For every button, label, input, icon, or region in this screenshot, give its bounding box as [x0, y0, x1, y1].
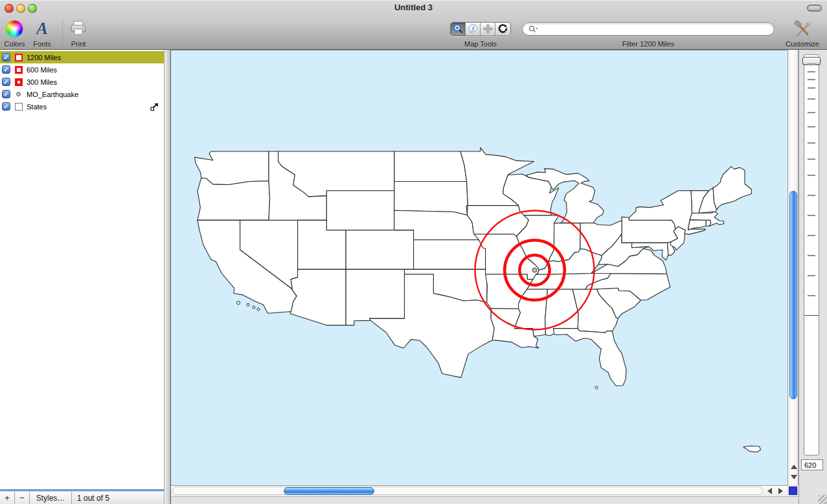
svg-text:i: i [472, 25, 474, 32]
rotate-globe-icon [497, 23, 508, 34]
colors-button[interactable]: Colors [1, 17, 28, 49]
scroll-up-button[interactable] [788, 461, 799, 472]
scale-tick [808, 275, 815, 276]
scale-tick [808, 175, 815, 176]
polygon-layer-icon [15, 103, 23, 111]
layer-row-1200-miles[interactable]: ✓ 1200 Miles [0, 51, 164, 63]
filter-label: Filter 1200 Miles [622, 40, 675, 49]
filter-search-input[interactable] [538, 24, 769, 34]
fonts-label: Fonts [33, 40, 51, 49]
map-tools-label: Map Tools [464, 40, 497, 49]
color-wheel-icon [6, 20, 23, 38]
horizontal-scroll-thumb[interactable] [284, 487, 374, 495]
colors-label: Colors [5, 40, 25, 49]
scale-panel [799, 50, 827, 504]
add-layer-button[interactable]: + [0, 492, 15, 504]
map-canvas[interactable] [171, 50, 787, 485]
scale-tick [808, 235, 815, 236]
map-vertical-scrollbar[interactable] [787, 50, 799, 485]
layer-row-mo-earthquake[interactable]: ✓ MO_Earthquake [0, 88, 164, 100]
titlebar-toolbar: Untitled 3 Colors A Fonts Print [0, 0, 827, 50]
layer-count-status: 1 out of 5 [72, 492, 109, 504]
print-label: Print [71, 40, 86, 49]
layer-checkbox[interactable]: ✓ [2, 102, 10, 111]
layers-sidebar: ✓ 1200 Miles ✓ 600 Miles ✓ 300 Miles ✓ M… [0, 50, 164, 504]
layer-checkbox[interactable]: ✓ [2, 65, 10, 74]
fonts-button[interactable]: A Fonts [29, 17, 55, 49]
window-resize-grip[interactable] [818, 495, 827, 504]
vertical-scroll-thumb[interactable] [789, 191, 797, 399]
remove-layer-button[interactable]: − [15, 492, 30, 504]
bottom-edge-strip [171, 496, 827, 504]
layer-label: States [27, 103, 47, 111]
scrollbar-corner-button[interactable] [789, 487, 797, 495]
rotate-tool-button[interactable] [495, 23, 510, 36]
layer-checkbox[interactable]: ✓ [2, 53, 10, 61]
scale-tick [808, 142, 815, 144]
zoom-scale-slider[interactable] [804, 54, 819, 455]
layer-label: MO_Earthquake [27, 91, 78, 98]
scroll-track[interactable] [172, 487, 763, 495]
jump-to-layer-arrow-icon[interactable] [149, 101, 160, 112]
layer-label: 1200 Miles [27, 54, 61, 61]
layer-swatch-thick-red-square [15, 78, 23, 86]
customize-button[interactable]: Customize [779, 17, 826, 49]
scale-tick [808, 255, 815, 256]
sidebar-footer-bar: + − Styles… 1 out of 5 [0, 491, 164, 504]
layer-checkbox[interactable]: ✓ [2, 90, 10, 98]
printer-icon [69, 20, 88, 38]
search-icon [528, 25, 538, 34]
fonts-icon: A [36, 20, 48, 38]
scale-tick [808, 79, 815, 80]
scale-tick [808, 159, 815, 160]
window-title: Untitled 3 [0, 3, 827, 12]
layer-swatch-thin-red-square [15, 54, 23, 61]
scale-tick [808, 215, 815, 216]
scroll-down-button[interactable] [788, 472, 799, 482]
right-arrow-icon [778, 488, 783, 494]
scale-tick [808, 71, 815, 72]
up-arrow-icon [791, 465, 797, 469]
scale-limit-line [804, 315, 819, 316]
styles-button[interactable]: Styles… [30, 492, 72, 504]
layer-checkbox[interactable]: ✓ [2, 78, 10, 86]
layer-label: 600 Miles [27, 66, 57, 74]
scroll-left-button[interactable] [764, 486, 775, 496]
map-horizontal-scrollbar[interactable] [171, 485, 787, 496]
pan-tool-button[interactable] [481, 23, 495, 36]
scale-tick [808, 87, 815, 89]
scale-tick [808, 295, 815, 296]
app-window: Untitled 3 Colors A Fonts Print [0, 0, 827, 504]
zoom-tool-button[interactable] [451, 23, 466, 36]
customize-tools-icon [793, 20, 812, 38]
scale-value-input[interactable] [801, 459, 823, 470]
layer-label: 300 Miles [27, 78, 57, 86]
us-states-map [171, 50, 787, 485]
scale-tick [808, 195, 815, 196]
move-arrows-icon [482, 23, 493, 34]
scale-tick [808, 112, 815, 113]
scale-tick [808, 98, 815, 100]
layer-swatch-medium-red-square [15, 66, 23, 74]
scale-tick [808, 126, 815, 127]
scale-tick [808, 63, 815, 65]
point-layer-icon [16, 92, 21, 96]
layer-row-600-miles[interactable]: ✓ 600 Miles [0, 63, 164, 76]
toolbar-pill-button[interactable] [807, 5, 822, 12]
customize-label: Customize [786, 40, 819, 49]
info-tool-button[interactable]: i [466, 23, 481, 36]
filter-group: Filter 1200 Miles [522, 17, 775, 49]
zoom-in-icon [453, 23, 464, 34]
left-arrow-icon [767, 488, 772, 494]
print-button[interactable]: Print [65, 17, 92, 49]
layer-row-states[interactable]: ✓ States [0, 100, 164, 113]
toolbar-separator [62, 20, 63, 45]
map-tools-group: i [449, 17, 512, 49]
filter-search-field[interactable] [522, 22, 775, 36]
scroll-right-button[interactable] [775, 486, 786, 496]
info-icon: i [468, 23, 479, 34]
down-arrow-icon [791, 475, 797, 479]
layer-row-300-miles[interactable]: ✓ 300 Miles [0, 76, 164, 88]
pane-splitter[interactable] [164, 50, 171, 504]
